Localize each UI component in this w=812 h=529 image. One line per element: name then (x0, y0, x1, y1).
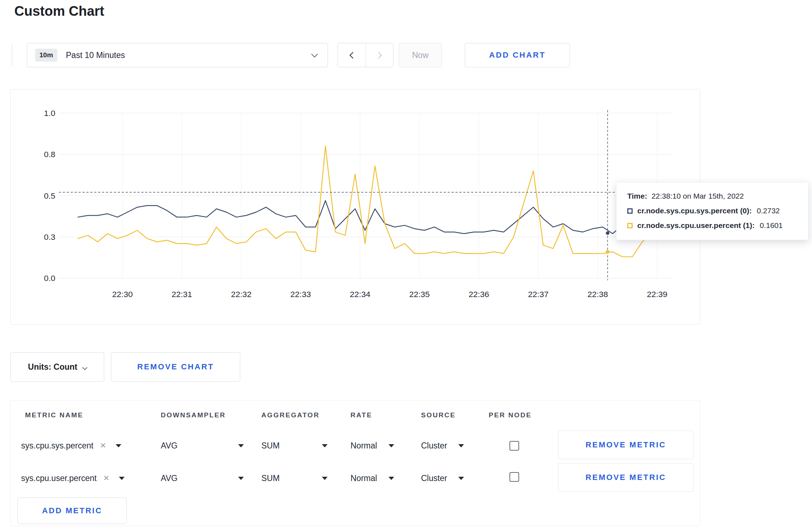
x-axis-tick: 22:39 (647, 290, 667, 299)
series-line-1 (78, 146, 662, 257)
caret-down-icon (322, 477, 328, 480)
hover-point-1 (606, 250, 609, 254)
col-header-source: SOURCE (421, 411, 456, 419)
custom-chart-page: Custom Chart 10m Past 10 Minutes Now ADD… (0, 0, 812, 529)
remove-metric-button[interactable]: REMOVE METRIC (558, 463, 693, 492)
rate-select[interactable]: Normal (351, 469, 394, 487)
page-title: Custom Chart (14, 4, 104, 19)
chevron-down-icon (311, 51, 318, 57)
caret-down-icon (322, 444, 328, 447)
tooltip-series-label: cr.node.sys.cpu.sys.percent (0): (637, 207, 752, 215)
units-label: Units: Count (28, 362, 77, 372)
tooltip-series-user: cr.node.sys.cpu.user.percent (1): 0.1601 (627, 221, 797, 230)
chevron-right-icon (375, 52, 382, 58)
rate-value: Normal (351, 441, 377, 451)
y-axis-tick: 0.5 (44, 191, 55, 200)
y-axis-tick: 0.8 (44, 150, 55, 159)
now-button[interactable]: Now (399, 43, 442, 67)
sys-series-swatch-icon (627, 208, 633, 214)
x-axis-tick: 22:38 (588, 290, 608, 299)
add-metric-button[interactable]: ADD METRIC (18, 498, 127, 524)
metric-name: sys.cpu.sys.percent (21, 441, 93, 451)
tooltip-series-sys: cr.node.sys.cpu.sys.percent (0): 0.2732 (627, 207, 797, 215)
toolbar-divider (12, 44, 12, 67)
aggregator-value: SUM (261, 441, 280, 451)
remove-chart-button[interactable]: REMOVE CHART (111, 352, 240, 382)
x-axis-tick: 22:34 (350, 290, 371, 299)
caret-down-icon (116, 444, 121, 447)
tooltip-series-value: 0.1601 (760, 221, 783, 230)
hover-point-0 (606, 231, 609, 235)
chart-card: 0.00.30.50.81.022:3022:3122:3222:3322:34… (10, 89, 700, 325)
source-value: Cluster (421, 441, 447, 451)
caret-down-icon (238, 444, 244, 447)
metric-name-select[interactable]: sys.cpu.user.percent ✕ (21, 469, 139, 487)
time-range-label: Past 10 Minutes (66, 50, 125, 60)
x-axis-tick: 22:35 (409, 290, 430, 299)
downsampler-value: AVG (161, 474, 178, 483)
clear-metric-icon[interactable]: ✕ (100, 441, 106, 450)
tooltip-time-label: Time: (627, 192, 647, 200)
remove-metric-button[interactable]: REMOVE METRIC (558, 431, 693, 459)
aggregator-select[interactable]: SUM (261, 436, 328, 455)
y-axis-tick: 0.0 (44, 273, 55, 283)
caret-down-icon (388, 444, 394, 447)
col-header-per-node: PER NODE (489, 411, 532, 419)
per-node-checkbox[interactable] (509, 441, 519, 451)
y-axis-tick: 1.0 (44, 108, 55, 118)
chevron-down-icon (82, 365, 87, 370)
units-select[interactable]: Units: Count (10, 352, 104, 382)
x-axis-tick: 22:32 (231, 290, 251, 299)
user-series-swatch-icon (627, 223, 633, 228)
metric-name-select[interactable]: sys.cpu.sys.percent ✕ (21, 436, 139, 455)
caret-down-icon (458, 477, 464, 480)
source-value: Cluster (421, 474, 447, 483)
time-back-button[interactable] (338, 43, 366, 67)
y-axis-tick: 0.3 (44, 232, 55, 242)
tooltip-series-label: cr.node.sys.cpu.user.percent (1): (637, 221, 755, 230)
tooltip-time: Time:22:38:10 on Mar 15th, 2022 (627, 192, 797, 200)
rate-value: Normal (351, 474, 377, 483)
rate-select[interactable]: Normal (351, 436, 394, 455)
caret-down-icon (119, 477, 125, 480)
clear-metric-icon[interactable]: ✕ (103, 474, 110, 482)
add-chart-button[interactable]: ADD CHART (465, 43, 570, 67)
caret-down-icon (388, 477, 394, 480)
caret-down-icon (238, 477, 244, 480)
x-axis-tick: 22:30 (112, 290, 132, 299)
caret-down-icon (458, 444, 464, 447)
metric-name: sys.cpu.user.percent (21, 474, 97, 483)
col-header-downsampler: DOWNSAMPLER (161, 411, 226, 419)
source-select[interactable]: Cluster (421, 469, 464, 487)
col-header-metric-name: METRIC NAME (25, 411, 83, 419)
tooltip-time-value: 22:38:10 on Mar 15th, 2022 (652, 192, 744, 200)
source-select[interactable]: Cluster (421, 436, 464, 455)
per-node-checkbox[interactable] (509, 472, 519, 482)
x-axis-tick: 22:37 (528, 290, 548, 299)
col-header-aggregator: AGGREGATOR (261, 411, 320, 419)
chevron-left-icon (349, 52, 356, 58)
downsampler-select[interactable]: AVG (161, 469, 244, 487)
x-axis-tick: 22:31 (171, 290, 192, 299)
col-header-rate: RATE (351, 411, 372, 419)
aggregator-value: SUM (261, 474, 280, 483)
downsampler-select[interactable]: AVG (161, 436, 244, 455)
x-axis-tick: 22:36 (469, 290, 489, 299)
chart-tooltip: Time:22:38:10 on Mar 15th, 2022 cr.node.… (616, 182, 808, 240)
time-forward-button[interactable] (366, 43, 393, 67)
tooltip-series-value: 0.2732 (757, 207, 780, 215)
aggregator-select[interactable]: SUM (261, 469, 328, 487)
time-range-badge: 10m (35, 49, 57, 62)
time-nav-group (338, 43, 393, 67)
metrics-table: METRIC NAME DOWNSAMPLER AGGREGATOR RATE … (10, 400, 700, 526)
downsampler-value: AVG (161, 441, 178, 451)
x-axis-tick: 22:33 (290, 290, 311, 299)
chart-canvas[interactable]: 0.00.30.50.81.022:3022:3122:3222:3322:34… (11, 89, 700, 324)
time-range-select[interactable]: 10m Past 10 Minutes (27, 43, 328, 67)
